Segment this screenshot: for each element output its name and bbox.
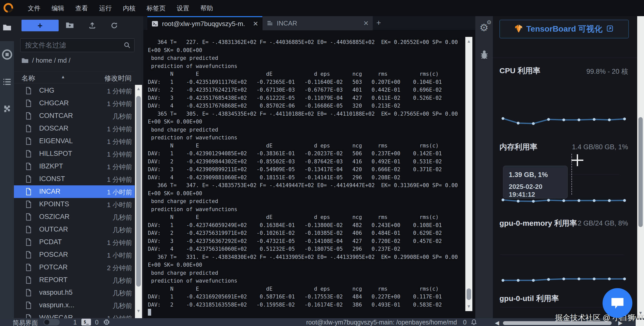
- menu-item-5[interactable]: 标签页: [141, 4, 171, 12]
- file-row-WAVECAR[interactable]: WAVECAR1 分钟前: [14, 312, 135, 318]
- file-row-KPOINTS[interactable]: KPOINTS1 小时前: [14, 198, 135, 211]
- file-row-HILLSPOT[interactable]: HILLSPOT1 分钟前: [14, 147, 135, 160]
- file-name: CHG: [39, 87, 54, 94]
- menu-item-3[interactable]: 运行: [94, 4, 117, 12]
- file-list-scrollbar[interactable]: ▲ ▼: [135, 85, 142, 318]
- scroll-left-icon[interactable]: ◀: [495, 320, 499, 326]
- table-of-contents-icon[interactable]: [0, 78, 14, 86]
- session-path[interactable]: root@xlw-ym7buqgvszy5-main: /openbayes/h…: [306, 319, 457, 326]
- breadcrumb[interactable]: / home / md /: [21, 57, 71, 64]
- menu-item-6[interactable]: 设置: [171, 4, 195, 12]
- file-modified: 几秒前: [112, 213, 132, 222]
- new-tab-button[interactable]: +: [376, 18, 381, 28]
- terminal-scrollbar-thumb[interactable]: [467, 288, 471, 300]
- terminal-scrollbar[interactable]: ▲ ▼: [465, 37, 472, 311]
- file-modified: 1 分钟前: [107, 175, 132, 184]
- file-row-POTCAR[interactable]: POTCAR2 分钟前: [14, 261, 135, 274]
- jupyterlab-window: 文件编辑查看运行内核标签页设置帮助 +: [0, 0, 644, 326]
- file-name: INCAR: [39, 188, 60, 195]
- file-row-vasprun.x...[interactable]: vasprun.x...几秒前: [14, 299, 135, 312]
- file-row-CHG[interactable]: CHG1 分钟前: [14, 84, 135, 97]
- file-name: KPOINTS: [39, 200, 69, 208]
- scroll-down-icon[interactable]: ▼: [465, 304, 472, 309]
- file-modified: 1 分钟前: [107, 137, 132, 146]
- new-folder-icon[interactable]: [66, 22, 74, 30]
- file-row-DOSCAR[interactable]: DOSCAR1 分钟前: [14, 122, 135, 135]
- cpu-usage-chart[interactable]: [500, 99, 628, 141]
- tab-terminal[interactable]: root@xlw-ym7buqgvszy5-m. ✕: [147, 16, 262, 30]
- close-icon[interactable]: ✕: [363, 19, 369, 27]
- file-row-REPORT[interactable]: REPORT几秒前: [14, 274, 135, 286]
- file-filter-input[interactable]: [25, 40, 119, 51]
- menu-item-1[interactable]: 编辑: [46, 4, 70, 12]
- chat-support-button[interactable]: [603, 288, 632, 318]
- column-name[interactable]: 名称: [21, 74, 35, 83]
- file-name: vaspout.h5: [39, 289, 73, 296]
- file-icon: [26, 150, 32, 159]
- terminal-output[interactable]: 364 T= 227. E= -.43831362E+02 F= -.44036…: [148, 38, 464, 309]
- bell-icon[interactable]: [471, 319, 477, 326]
- file-modified: 1 分钟前: [107, 150, 132, 159]
- menu-item-0[interactable]: 文件: [22, 4, 46, 12]
- scroll-up-icon[interactable]: ▲: [135, 86, 142, 91]
- file-row-OSZICAR[interactable]: OSZICAR几秒前: [14, 211, 135, 223]
- tensorboard-button-label: TensorBoard 可视化: [526, 23, 603, 35]
- upload-icon[interactable]: [88, 22, 96, 30]
- menu-item-4[interactable]: 内核: [117, 4, 141, 12]
- tab-incar[interactable]: INCAR ✕: [263, 16, 373, 30]
- new-launcher-button[interactable]: +: [21, 20, 59, 31]
- file-lines-icon: [267, 20, 273, 27]
- tab-label: INCAR: [277, 19, 297, 27]
- property-inspector-gear-small-icon[interactable]: ⚙: [487, 19, 492, 26]
- file-filter-box: [20, 38, 134, 52]
- sort-asc-icon[interactable]: ▲: [61, 74, 65, 80]
- horizontal-scrollbar-thumb[interactable]: [503, 321, 612, 325]
- file-icon: [26, 99, 32, 108]
- scroll-down-icon[interactable]: ▼: [135, 309, 142, 314]
- scroll-right-icon[interactable]: ▶: [618, 320, 623, 326]
- extensions-puzzle-icon[interactable]: [0, 104, 14, 114]
- gpu-memory-usage-chart[interactable]: [500, 238, 628, 283]
- scroll-up-icon[interactable]: ▲: [465, 39, 472, 44]
- menu-item-2[interactable]: 查看: [70, 4, 94, 12]
- page-scrollbar[interactable]: ▼: [637, 16, 644, 326]
- menu-item-7[interactable]: 帮助: [195, 4, 219, 12]
- terminal-badge-icon[interactable]: $_: [81, 319, 91, 325]
- close-icon[interactable]: ✕: [253, 20, 258, 28]
- file-row-POSCAR[interactable]: POSCAR1 小时前: [14, 248, 135, 261]
- file-modified: 几秒前: [112, 226, 132, 235]
- notification-count: 0: [463, 319, 467, 326]
- file-row-IBZKPT[interactable]: IBZKPT1 分钟前: [14, 160, 135, 173]
- file-list-scrollbar-thumb[interactable]: [136, 96, 141, 287]
- file-name: DOSCAR: [39, 124, 68, 132]
- folder-icon[interactable]: [0, 24, 14, 31]
- search-icon[interactable]: [124, 42, 131, 50]
- file-row-PCDAT[interactable]: PCDAT1 分钟前: [14, 236, 135, 248]
- file-row-vaspout.h5[interactable]: vaspout.h5几秒前: [14, 286, 135, 299]
- file-icon: [26, 302, 32, 310]
- kernel-chip-icon[interactable]: [103, 319, 110, 326]
- chat-bubble-icon: [610, 296, 625, 310]
- file-list: CHG1 分钟前CHGCAR1 分钟前CONTCAR几秒前DOSCAR1 分钟前…: [14, 84, 135, 318]
- debugger-bug-icon[interactable]: [479, 49, 489, 61]
- gpu-memory-section-title: gpu-0-memory 利用率: [499, 218, 577, 229]
- menu-bar: 文件编辑查看运行内核标签页设置帮助: [0, 0, 644, 16]
- refresh-icon[interactable]: [110, 22, 118, 30]
- file-modified: 几秒前: [112, 276, 132, 285]
- file-row-CHGCAR[interactable]: CHGCAR1 分钟前: [14, 97, 135, 110]
- terminal-count[interactable]: 1: [73, 319, 77, 326]
- file-row-OUTCAR[interactable]: OUTCAR几秒前: [14, 223, 135, 236]
- file-name: ICONST: [39, 175, 65, 183]
- menu-items: 文件编辑查看运行内核标签页设置帮助: [22, 0, 219, 16]
- file-row-CONTCAR[interactable]: CONTCAR几秒前: [14, 110, 135, 122]
- kernel-count[interactable]: 0: [95, 319, 99, 326]
- tensorboard-button[interactable]: TensorBoard 可视化: [499, 20, 629, 38]
- running-kernels-icon[interactable]: [0, 49, 14, 60]
- page-scrollbar-thumb[interactable]: [638, 117, 643, 227]
- file-row-ICONST[interactable]: ICONST1 分钟前: [14, 173, 135, 185]
- file-name: POSCAR: [39, 251, 68, 259]
- file-row-INCAR[interactable]: INCAR1 小时前: [14, 185, 135, 198]
- simple-mode-toggle[interactable]: [43, 319, 60, 325]
- file-row-EIGENVAL[interactable]: EIGENVAL1 分钟前: [14, 135, 135, 147]
- column-modified[interactable]: 修改时间: [104, 74, 132, 83]
